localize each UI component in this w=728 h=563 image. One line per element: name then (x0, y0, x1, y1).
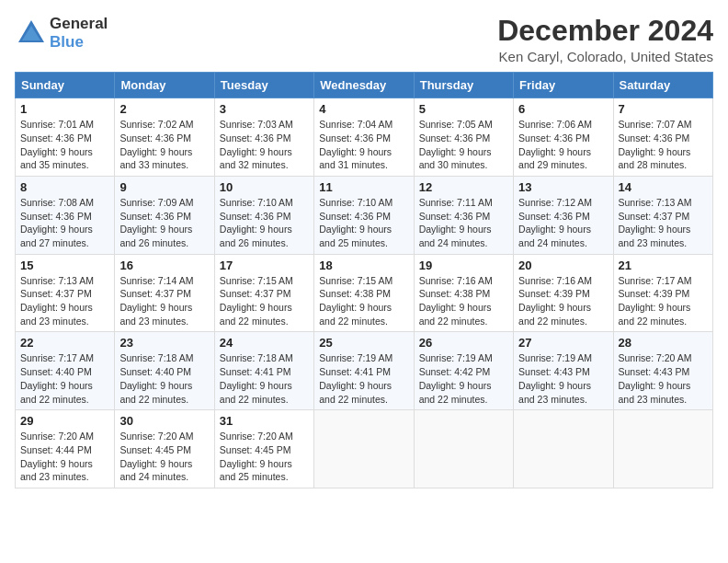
calendar-day-cell: 4 Sunrise: 7:04 AM Sunset: 4:36 PM Dayli… (314, 98, 414, 177)
day-number: 24 (220, 336, 309, 350)
calendar-day-cell (314, 410, 414, 488)
day-number: 5 (419, 102, 508, 116)
month-title: December 2024 (497, 15, 713, 47)
day-number: 1 (20, 102, 109, 116)
calendar-day-cell: 5 Sunrise: 7:05 AM Sunset: 4:36 PM Dayli… (414, 98, 513, 177)
weekday-header: Tuesday (214, 73, 313, 98)
day-info: Sunrise: 7:07 AM Sunset: 4:36 PM Dayligh… (619, 118, 708, 172)
day-number: 27 (518, 336, 608, 350)
logo-general-text: General (50, 15, 108, 32)
day-info: Sunrise: 7:12 AM Sunset: 4:36 PM Dayligh… (518, 196, 608, 250)
day-info: Sunrise: 7:02 AM Sunset: 4:36 PM Dayligh… (119, 118, 209, 172)
calendar-day-cell: 20 Sunrise: 7:16 AM Sunset: 4:39 PM Dayl… (514, 254, 613, 332)
day-info: Sunrise: 7:03 AM Sunset: 4:36 PM Dayligh… (220, 118, 309, 172)
calendar-day-cell (514, 410, 613, 488)
calendar-day-cell (414, 410, 513, 488)
calendar-day-cell: 25 Sunrise: 7:19 AM Sunset: 4:41 PM Dayl… (314, 332, 414, 410)
day-number: 7 (619, 102, 708, 116)
day-number: 12 (419, 180, 508, 194)
day-info: Sunrise: 7:09 AM Sunset: 4:36 PM Dayligh… (119, 196, 209, 250)
day-number: 26 (419, 336, 508, 350)
day-info: Sunrise: 7:05 AM Sunset: 4:36 PM Dayligh… (419, 118, 508, 172)
calendar-day-cell: 11 Sunrise: 7:10 AM Sunset: 4:36 PM Dayl… (314, 176, 414, 254)
calendar-day-cell: 28 Sunrise: 7:20 AM Sunset: 4:43 PM Dayl… (613, 332, 712, 410)
logo-icon (15, 17, 48, 50)
day-info: Sunrise: 7:15 AM Sunset: 4:38 PM Dayligh… (319, 274, 408, 328)
calendar-day-cell: 3 Sunrise: 7:03 AM Sunset: 4:36 PM Dayli… (214, 98, 313, 177)
calendar-day-cell: 16 Sunrise: 7:14 AM Sunset: 4:37 PM Dayl… (115, 254, 214, 332)
day-info: Sunrise: 7:19 AM Sunset: 4:43 PM Dayligh… (518, 351, 608, 406)
day-info: Sunrise: 7:04 AM Sunset: 4:36 PM Dayligh… (319, 118, 408, 172)
day-number: 28 (619, 336, 708, 350)
calendar-day-cell: 17 Sunrise: 7:15 AM Sunset: 4:37 PM Dayl… (214, 254, 313, 332)
calendar-day-cell: 8 Sunrise: 7:08 AM Sunset: 4:36 PM Dayli… (16, 176, 115, 254)
day-number: 25 (319, 336, 408, 350)
calendar-day-cell: 12 Sunrise: 7:11 AM Sunset: 4:36 PM Dayl… (414, 176, 513, 254)
day-info: Sunrise: 7:16 AM Sunset: 4:39 PM Dayligh… (518, 274, 608, 328)
day-info: Sunrise: 7:17 AM Sunset: 4:39 PM Dayligh… (619, 274, 708, 328)
calendar-week-row: 22 Sunrise: 7:17 AM Sunset: 4:40 PM Dayl… (16, 332, 713, 410)
calendar-week-row: 8 Sunrise: 7:08 AM Sunset: 4:36 PM Dayli… (16, 176, 713, 254)
weekday-header: Thursday (414, 73, 513, 98)
title-section: December 2024 Ken Caryl, Colorado, Unite… (497, 15, 713, 64)
calendar-day-cell: 15 Sunrise: 7:13 AM Sunset: 4:37 PM Dayl… (16, 254, 115, 332)
day-info: Sunrise: 7:06 AM Sunset: 4:36 PM Dayligh… (518, 118, 608, 172)
weekday-header: Wednesday (314, 73, 414, 98)
day-number: 23 (119, 336, 209, 350)
day-number: 30 (119, 414, 209, 428)
calendar-day-cell: 26 Sunrise: 7:19 AM Sunset: 4:42 PM Dayl… (414, 332, 513, 410)
day-info: Sunrise: 7:19 AM Sunset: 4:41 PM Dayligh… (319, 351, 408, 406)
calendar-day-cell: 18 Sunrise: 7:15 AM Sunset: 4:38 PM Dayl… (314, 254, 414, 332)
day-info: Sunrise: 7:10 AM Sunset: 4:36 PM Dayligh… (319, 196, 408, 250)
day-number: 20 (518, 259, 608, 272)
calendar-day-cell: 22 Sunrise: 7:17 AM Sunset: 4:40 PM Dayl… (16, 332, 115, 410)
day-info: Sunrise: 7:10 AM Sunset: 4:36 PM Dayligh… (220, 196, 309, 250)
calendar-week-row: 15 Sunrise: 7:13 AM Sunset: 4:37 PM Dayl… (16, 254, 713, 332)
calendar-day-cell: 7 Sunrise: 7:07 AM Sunset: 4:36 PM Dayli… (613, 98, 712, 177)
day-number: 2 (119, 102, 209, 116)
day-number: 15 (20, 259, 109, 272)
day-number: 8 (20, 180, 109, 194)
calendar-day-cell: 14 Sunrise: 7:13 AM Sunset: 4:37 PM Dayl… (613, 176, 712, 254)
weekday-header: Monday (115, 73, 214, 98)
day-info: Sunrise: 7:20 AM Sunset: 4:44 PM Dayligh… (20, 430, 109, 484)
day-number: 19 (419, 259, 508, 272)
calendar-day-cell: 23 Sunrise: 7:18 AM Sunset: 4:40 PM Dayl… (115, 332, 214, 410)
day-info: Sunrise: 7:16 AM Sunset: 4:38 PM Dayligh… (419, 274, 508, 328)
day-number: 16 (119, 259, 209, 272)
day-info: Sunrise: 7:11 AM Sunset: 4:36 PM Dayligh… (419, 196, 508, 250)
logo-blue-text: Blue (50, 33, 84, 51)
calendar-day-cell: 31 Sunrise: 7:20 AM Sunset: 4:45 PM Dayl… (214, 410, 313, 488)
calendar-day-cell: 2 Sunrise: 7:02 AM Sunset: 4:36 PM Dayli… (115, 98, 214, 177)
day-number: 3 (220, 102, 309, 116)
calendar-day-cell: 1 Sunrise: 7:01 AM Sunset: 4:36 PM Dayli… (16, 98, 115, 177)
day-info: Sunrise: 7:14 AM Sunset: 4:37 PM Dayligh… (119, 274, 209, 328)
weekday-header: Sunday (16, 73, 115, 98)
day-info: Sunrise: 7:20 AM Sunset: 4:43 PM Dayligh… (619, 351, 708, 406)
day-info: Sunrise: 7:15 AM Sunset: 4:37 PM Dayligh… (220, 274, 309, 328)
day-info: Sunrise: 7:17 AM Sunset: 4:40 PM Dayligh… (20, 351, 109, 406)
day-info: Sunrise: 7:19 AM Sunset: 4:42 PM Dayligh… (419, 351, 508, 406)
day-number: 9 (119, 180, 209, 194)
day-info: Sunrise: 7:08 AM Sunset: 4:36 PM Dayligh… (20, 196, 109, 250)
weekday-header: Saturday (613, 73, 712, 98)
calendar-day-cell: 29 Sunrise: 7:20 AM Sunset: 4:44 PM Dayl… (16, 410, 115, 488)
weekday-header: Friday (514, 73, 613, 98)
day-number: 10 (220, 180, 309, 194)
day-number: 6 (518, 102, 608, 116)
day-number: 17 (220, 259, 309, 272)
calendar-week-row: 1 Sunrise: 7:01 AM Sunset: 4:36 PM Dayli… (16, 98, 713, 177)
calendar-day-cell: 6 Sunrise: 7:06 AM Sunset: 4:36 PM Dayli… (514, 98, 613, 177)
calendar-day-cell: 19 Sunrise: 7:16 AM Sunset: 4:38 PM Dayl… (414, 254, 513, 332)
calendar-day-cell: 24 Sunrise: 7:18 AM Sunset: 4:41 PM Dayl… (214, 332, 313, 410)
day-info: Sunrise: 7:20 AM Sunset: 4:45 PM Dayligh… (220, 430, 309, 484)
calendar-day-cell: 9 Sunrise: 7:09 AM Sunset: 4:36 PM Dayli… (115, 176, 214, 254)
day-number: 22 (20, 336, 109, 350)
calendar-week-row: 29 Sunrise: 7:20 AM Sunset: 4:44 PM Dayl… (16, 410, 713, 488)
calendar-day-cell: 27 Sunrise: 7:19 AM Sunset: 4:43 PM Dayl… (514, 332, 613, 410)
calendar-header-row: SundayMondayTuesdayWednesdayThursdayFrid… (16, 73, 713, 98)
day-info: Sunrise: 7:13 AM Sunset: 4:37 PM Dayligh… (20, 274, 109, 328)
logo: General Blue (15, 15, 108, 52)
calendar-day-cell: 13 Sunrise: 7:12 AM Sunset: 4:36 PM Dayl… (514, 176, 613, 254)
day-info: Sunrise: 7:01 AM Sunset: 4:36 PM Dayligh… (20, 118, 109, 172)
